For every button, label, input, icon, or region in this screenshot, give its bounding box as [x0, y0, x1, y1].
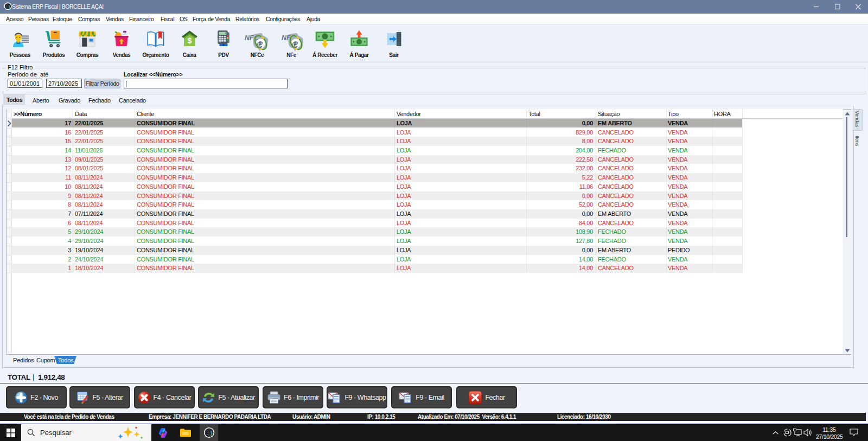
svg-text::}: :}: [6, 5, 11, 9]
svg-text:NF: NF: [282, 34, 291, 42]
svg-text::}: :}: [207, 431, 213, 437]
svg-text:$: $: [187, 36, 192, 45]
